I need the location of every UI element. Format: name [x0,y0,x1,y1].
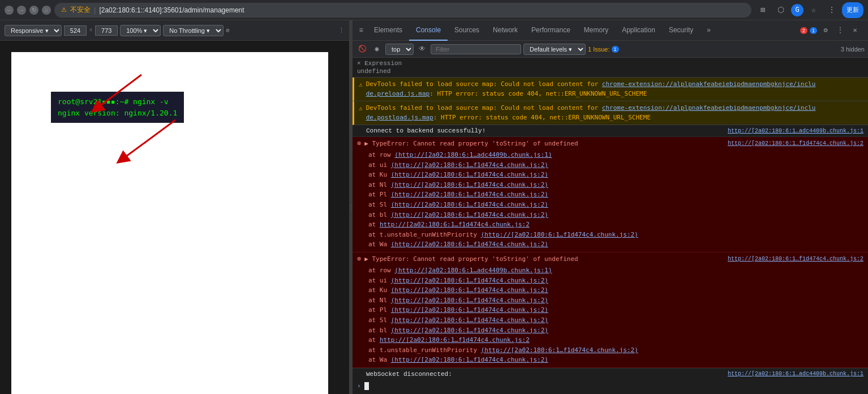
info-link[interactable]: http://[2a02:180:6:1…adc4409b.chunk.js:1 [728,128,863,134]
stack-row-10: at Wa (http://[2a02:180:6:1…f1d474c4.chu… [368,239,863,250]
tab-sources[interactable]: Sources [448,20,486,41]
ws-link[interactable]: http://[2a02:180:6:1…adc4409b.chunk.js:1 [728,371,863,377]
ws-text: WebSocket disconnected: [366,371,452,378]
viewport-content: root@srv21▪▪▪:~# nginx -v nginx version:… [11,52,328,394]
devtools-panel: ≡ Elements Console Sources Network Perfo… [353,20,868,394]
main-area: Responsive ▾ × 100% ▾ No Throttling ▾ ⊘ … [0,20,868,394]
tab-memory[interactable]: Memory [577,20,615,41]
address-bar[interactable]: ⚠ 不安全 | [2a02:180:6:1::4140]:35601/admin… [54,3,751,18]
issue-badge: 1 Issue: 1 [588,46,619,53]
eye-icon[interactable]: 👁 [416,43,428,55]
browser-chrome: ← → ↻ ⌂ ⚠ 不安全 | [2a02:180:6:1::4140]:356… [0,0,868,20]
stack-row-1: at row (http://[2a02:180:6:1…adc4409b.ch… [368,150,863,160]
tab-more[interactable]: » [700,20,717,41]
terminal-line-2: nginx version: nginx/1.20.1 [58,108,177,119]
warning-message-2: ⚠ DevTools failed to load source map: Co… [353,101,868,125]
info-text: Connect to backend successfully! [366,127,485,134]
error-link-2[interactable]: http://[2a02:180:6:1…f1d474c4.chunk.js:2 [728,256,863,262]
tab-performance[interactable]: Performance [525,20,577,41]
forward-button[interactable]: → [17,6,26,15]
warning-badge: 1 [810,27,817,34]
stack2-row-1: at row (http://[2a02:180:6:1…adc4409b.ch… [368,265,863,276]
terminal-box: root@srv21▪▪▪:~# nginx -v nginx version:… [51,92,184,123]
error-text-1: ▶ TypeError: Cannot read property 'toStr… [364,140,724,147]
devtools-tabs: ≡ Elements Console Sources Network Perfo… [353,20,868,41]
error-header-2: ⊗ ▶ TypeError: Cannot read property 'toS… [353,252,868,265]
show-messages-icon[interactable]: ◉ [371,43,383,55]
stack2-row-7: at bl (http://[2a02:180:6:1…f1d474c4.chu… [368,326,863,336]
extensions-button[interactable]: ⊞ [755,2,771,18]
levels-select[interactable]: Default levels ▾ [523,44,586,55]
bookmark-icon[interactable]: ⊘ [226,27,230,34]
websocket-message: WebSocket disconnected: http://[2a02:180… [353,368,868,380]
stack-row-6: at Sl (http://[2a02:180:6:1…f1d474c4.chu… [368,200,863,210]
browser-actions: ⊞ ⬡ G ☆ ⋮ 更新 [755,2,863,18]
star-button[interactable]: ☆ [806,2,822,18]
height-input[interactable] [95,25,118,36]
stack-row-5: at Pl (http://[2a02:180:6:1…f1d474c4.chu… [368,190,863,200]
console-toolbar: 🚫 ◉ top 👁 Default levels ▾ 1 Issue: 1 3 … [353,41,868,58]
context-select[interactable]: top [385,44,414,55]
stack2-row-2: at ui (http://[2a02:180:6:1…f1d474c4.chu… [368,276,863,286]
more-devtools-icon[interactable]: ⋮ [834,24,846,37]
issue-label: 1 Issue: [588,46,610,53]
width-input[interactable] [64,25,87,36]
close-devtools-icon[interactable]: ✕ [849,24,861,37]
clear-console-icon[interactable]: 🚫 [356,43,368,55]
error-icon-2: ⊗ [357,255,361,263]
prompt-arrow: › [357,383,361,389]
error-stack-2: at row (http://[2a02:180:6:1…adc4409b.ch… [353,265,868,367]
expression-value: undefined [357,68,863,75]
security-warning-icon: ⚠ [61,6,67,14]
stack-row-4: at Nl (http://[2a02:180:6:1…f1d474c4.chu… [368,180,863,190]
filter-input[interactable] [431,44,521,54]
error-link-1[interactable]: http://[2a02:180:6:1…f1d474c4.chunk.js:2 [728,140,863,147]
error-stack-1: at row (http://[2a02:180:6:1…adc4409b.ch… [353,150,868,252]
devtools-tab-icons: 2 1 ⚙ ⋮ ✕ [800,24,866,37]
stack2-row-8: at http://[2a02:180:6:1…f1d474c4.chunk.j… [368,335,863,345]
profile-button[interactable]: G [791,4,803,16]
expression-row: × Expression undefined [353,58,868,78]
error-icon-1: ⊗ [357,139,361,148]
stack-row-8: at http://[2a02:180:6:1…f1d474c4.chunk.j… [368,220,863,230]
browser-viewport: Responsive ▾ × 100% ▾ No Throttling ▾ ⊘ … [0,20,349,394]
zoom-select[interactable]: 100% ▾ [120,25,161,36]
tab-console[interactable]: Console [409,20,448,41]
warning-message-1: ⚠ DevTools failed to load source map: Co… [353,78,868,101]
responsive-select[interactable]: Responsive ▾ [5,25,62,36]
stack2-row-5: at Pl (http://[2a02:180:6:1…f1d474c4.chu… [368,305,863,315]
security-label: 不安全 [70,5,91,15]
update-button[interactable]: 更新 [842,2,863,18]
home-button[interactable]: ⌂ [42,6,51,15]
error-text-2: ▶ TypeError: Cannot read property 'toStr… [364,255,724,263]
stack-row-7: at bl (http://[2a02:180:6:1…f1d474c4.chu… [368,210,863,220]
tab-network[interactable]: Network [486,20,525,41]
prompt-cursor[interactable] [364,382,369,390]
back-button[interactable]: ← [5,6,14,15]
warning-icon-1: ⚠ [359,80,363,90]
stack2-row-3: at Ku (http://[2a02:180:6:1…f1d474c4.chu… [368,285,863,296]
stack-row-2: at ui (http://[2a02:180:6:1…f1d474c4.chu… [368,160,863,170]
settings-icon[interactable]: ⚙ [819,24,832,37]
tab-security[interactable]: Security [662,20,700,41]
throttle-select[interactable]: No Throttling ▾ [163,25,224,36]
error-header-1: ⊗ ▶ TypeError: Cannot read property 'toS… [353,137,868,150]
issue-count: 1 [612,46,619,53]
more-button[interactable]: ⋮ [824,2,840,18]
error-block-1: ⊗ ▶ TypeError: Cannot read property 'toS… [353,137,868,252]
expression-label: × Expression [357,60,863,67]
console-messages[interactable]: × Expression undefined ⚠ DevTools failed… [353,58,868,394]
tab-elements[interactable]: Elements [367,20,409,41]
warning-text-1: DevTools failed to load source map: Coul… [366,80,816,98]
tab-application[interactable]: Application [615,20,662,41]
more-options-icon[interactable]: ⋮ [338,27,345,34]
devtools-collapse-icon[interactable]: ≡ [355,24,367,37]
warning-icon-2: ⚠ [359,104,363,114]
responsive-toolbar: Responsive ▾ × 100% ▾ No Throttling ▾ ⊘ … [0,20,349,41]
cast-button[interactable]: ⬡ [773,2,789,18]
stack2-row-6: at Sl (http://[2a02:180:6:1…f1d474c4.chu… [368,315,863,326]
refresh-button[interactable]: ↻ [29,6,38,15]
stack2-row-4: at Nl (http://[2a02:180:6:1…f1d474c4.chu… [368,296,863,306]
error-badge: 2 [800,27,807,34]
console-prompt: › [353,380,868,392]
